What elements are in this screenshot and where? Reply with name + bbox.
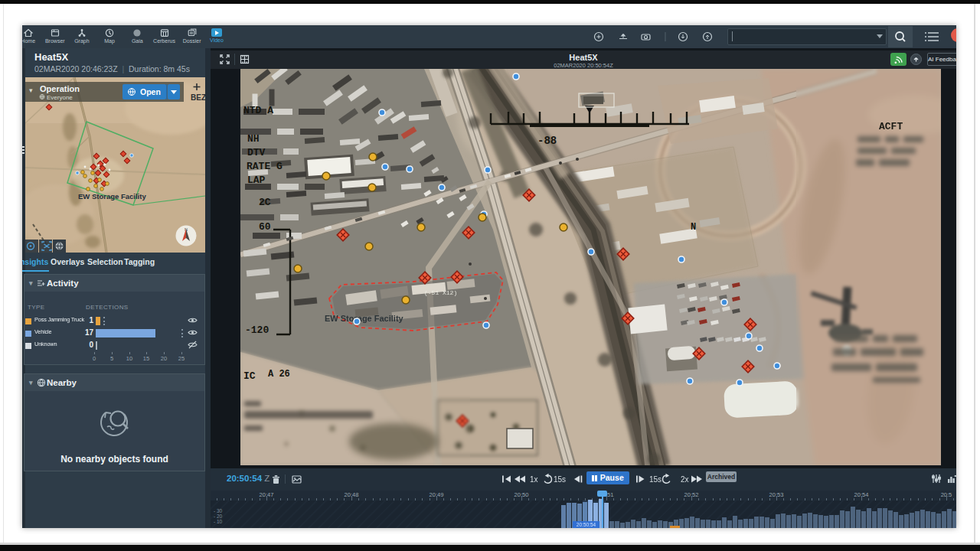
svg-text:Open: Open [140, 87, 161, 96]
svg-text:1x: 1x [530, 475, 538, 484]
svg-text:BEZ: BEZ [191, 93, 205, 102]
svg-text:EW Storage Facility: EW Storage Facility [325, 314, 404, 323]
svg-text:RATE G: RATE G [247, 161, 283, 172]
svg-text:(-51 X12): (-51 X12) [424, 289, 457, 296]
svg-text:▾: ▾ [29, 86, 33, 94]
svg-text:EW Storage Facility: EW Storage Facility [78, 192, 146, 201]
svg-text:-120: -120 [245, 324, 269, 336]
svg-text:NTD A: NTD A [243, 105, 273, 116]
svg-text:DTV: DTV [247, 147, 266, 158]
svg-text:A 26: A 26 [268, 369, 290, 380]
svg-text:IC: IC [243, 370, 256, 382]
svg-text:2x: 2x [681, 475, 689, 484]
svg-text:LAP: LAP [247, 174, 266, 186]
svg-text:Operation: Operation [40, 84, 80, 93]
svg-text:2C: 2C [259, 197, 271, 208]
svg-text:Everyone: Everyone [47, 94, 73, 101]
svg-text:15s: 15s [554, 475, 566, 484]
svg-text:15s: 15s [649, 475, 662, 484]
svg-text:N: N [691, 222, 696, 233]
svg-text:NH: NH [247, 133, 260, 145]
svg-text:60: 60 [259, 221, 271, 233]
svg-text:-88: -88 [537, 135, 557, 147]
